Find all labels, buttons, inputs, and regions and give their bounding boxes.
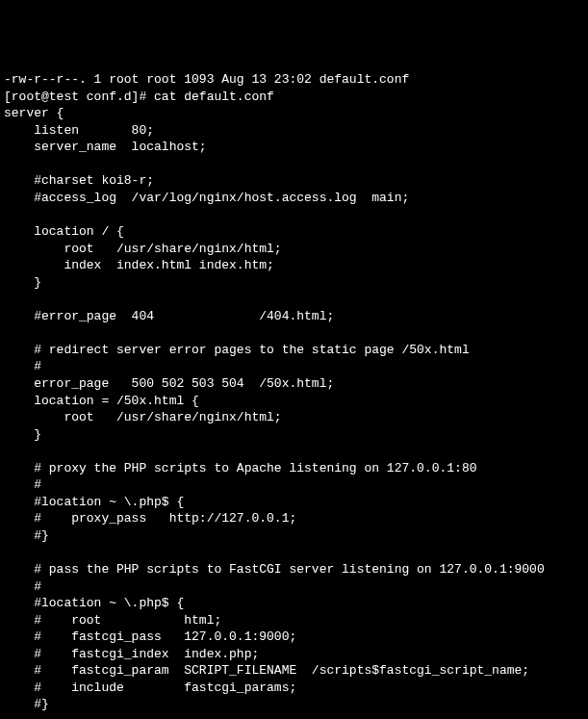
terminal-line — [4, 545, 584, 562]
terminal-line: #error_page 404 /404.html; — [4, 308, 584, 325]
terminal-line: #charset koi8-r; — [4, 172, 584, 190]
terminal-line — [4, 443, 584, 460]
terminal-line: } — [4, 426, 584, 444]
terminal-line: # — [4, 578, 584, 596]
terminal-line: listen 80; — [4, 122, 584, 140]
terminal-line: # include fastcgi_params; — [4, 680, 584, 697]
terminal-line: server { — [4, 105, 584, 122]
terminal-line: # redirect server error pages to the sta… — [4, 342, 584, 359]
terminal-line: location = /50x.html { — [4, 393, 584, 410]
terminal-line: # pass the PHP scripts to FastCGI server… — [4, 561, 584, 578]
terminal-line: root /usr/share/nginx/html; — [4, 241, 584, 258]
terminal-line: #} — [4, 527, 584, 545]
terminal-line: error_page 500 502 503 504 /50x.html; — [4, 375, 584, 393]
terminal-line: # — [4, 358, 584, 375]
terminal-line: index index.html index.htm; — [4, 257, 584, 274]
terminal-line: server_name localhost; — [4, 139, 584, 156]
terminal-line: -rw-r--r--. 1 root root 1093 Aug 13 23:0… — [4, 71, 584, 89]
terminal-line — [4, 291, 584, 308]
terminal-line: # root html; — [4, 612, 584, 629]
terminal-line: location / { — [4, 223, 584, 241]
terminal-output[interactable]: -rw-r--r--. 1 root root 1093 Aug 13 23:0… — [4, 71, 584, 719]
terminal-line: # proxy_pass http://127.0.0.1; — [4, 510, 584, 527]
terminal-line — [4, 713, 584, 719]
terminal-line: # fastcgi_pass 127.0.0.1:9000; — [4, 629, 584, 646]
terminal-line: #} — [4, 696, 584, 713]
terminal-line: [root@test conf.d]# cat default.conf — [4, 89, 584, 106]
terminal-line — [4, 156, 584, 173]
terminal-line: #access_log /var/log/nginx/host.access.l… — [4, 190, 584, 207]
terminal-line: #location ~ \.php$ { — [4, 494, 584, 511]
terminal-line: root /usr/share/nginx/html; — [4, 409, 584, 426]
terminal-line: } — [4, 274, 584, 292]
terminal-line — [4, 207, 584, 224]
terminal-line — [4, 324, 584, 342]
terminal-line: # fastcgi_index index.php; — [4, 646, 584, 663]
terminal-line: # fastcgi_param SCRIPT_FILENAME /scripts… — [4, 662, 584, 680]
terminal-line: # — [4, 476, 584, 494]
terminal-line: #location ~ \.php$ { — [4, 595, 584, 612]
terminal-line: # proxy the PHP scripts to Apache listen… — [4, 460, 584, 477]
